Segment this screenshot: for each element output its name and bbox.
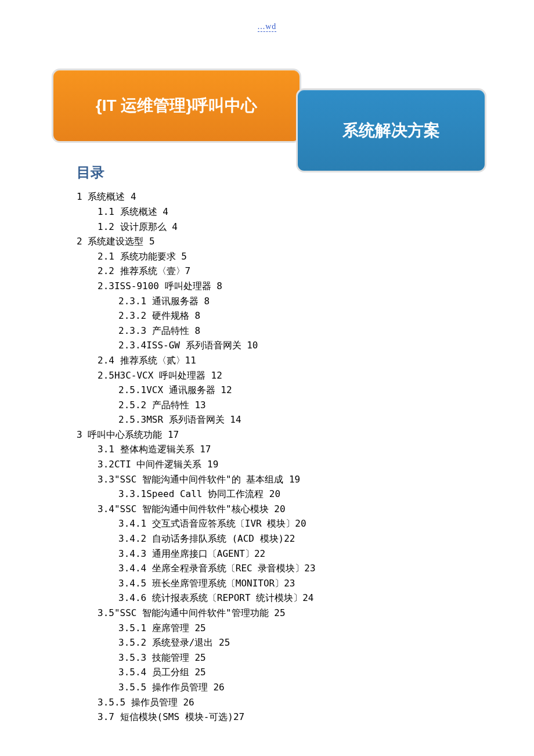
toc-entry: 3.5.5 操作作员管理 26 (77, 680, 316, 695)
toc-entry: 3.5"SSC 智能沟通中间件软件"管理功能 25 (77, 606, 316, 621)
toc-entry: 3.5.3 技能管理 25 (77, 650, 316, 665)
toc-entry: 2.5.3MSR 系列语音网关 14 (77, 412, 316, 427)
title-box-blue: 系统解决方案 (296, 88, 486, 172)
toc-entry: 2.5H3C-VCX 呼叫处理器 12 (77, 368, 316, 383)
toc-entry: 2.3.3 产品特性 8 (77, 323, 316, 339)
toc-entry: 3 呼叫中心系统功能 17 (77, 427, 316, 442)
toc-entry: 2.1 系统功能要求 5 (77, 249, 316, 264)
toc-entry: 1 系统概述 4 (77, 189, 316, 204)
toc-heading: 目录 (77, 161, 316, 183)
toc-entry: 3.5.1 座席管理 25 (77, 621, 316, 636)
toc-entry: 2.3ISS-9100 呼叫处理器 8 (77, 279, 316, 294)
toc-entry: 2.3.2 硬件规格 8 (77, 308, 316, 323)
header-link-wrap: ...wd (0, 22, 534, 31)
toc-entry: 2 系统建设选型 5 (77, 234, 316, 249)
toc-entry: 3.4"SSC 智能沟通中间件软件"核心模块 20 (77, 502, 316, 517)
header-source-link[interactable]: ...wd (258, 22, 277, 32)
toc-list: 1 系统概述 41.1 系统概述 41.2 设计原那么 42 系统建设选型 52… (77, 189, 316, 724)
toc-entry: 2.2 推荐系统〈壹〉7 (77, 264, 316, 279)
toc-entry: 1.1 系统概述 4 (77, 204, 316, 219)
toc-entry: 3.3"SSC 智能沟通中间件软件"的 基本组成 19 (77, 472, 316, 487)
toc-entry: 3.2CTI 中间件逻辑关系 19 (77, 457, 316, 472)
title-box-orange: {IT 运维管理}呼叫中心 (52, 69, 301, 143)
toc-entry: 3.5.5 操作员管理 26 (77, 695, 316, 710)
toc-entry: 2.3.4ISS-GW 系列语音网关 10 (77, 338, 316, 353)
toc-entry: 3.5.2 系统登录/退出 25 (77, 635, 316, 650)
toc-entry: 3.3.1Speed Call 协同工作流程 20 (77, 487, 316, 502)
title-orange-text: {IT 运维管理}呼叫中心 (96, 95, 257, 117)
toc-entry: 2.3.1 通讯服务器 8 (77, 294, 316, 309)
toc-entry: 2.4 推荐系统〈贰〉11 (77, 353, 316, 368)
toc-entry: 3.5.4 员工分组 25 (77, 665, 316, 680)
toc-entry: 3.1 整体构造逻辑关系 17 (77, 442, 316, 457)
toc-entry: 3.4.6 统计报表系统〔REPORT 统计模块〕24 (77, 591, 316, 606)
content-area: 目录 1 系统概述 41.1 系统概述 41.2 设计原那么 42 系统建设选型… (77, 161, 316, 725)
toc-entry: 3.4.1 交互式语音应答系统〔IVR 模块〕20 (77, 516, 316, 531)
toc-entry: 3.7 短信模块(SMS 模块-可选)27 (77, 710, 316, 725)
toc-entry: 2.5.2 产品特性 13 (77, 398, 316, 413)
toc-entry: 3.4.3 通用坐席接口〔AGENT〕22 (77, 546, 316, 561)
toc-entry: 2.5.1VCX 通讯服务器 12 (77, 383, 316, 398)
toc-entry: 3.4.5 班长坐席管理系统〔MONITOR〕23 (77, 576, 316, 591)
title-blue-text: 系统解决方案 (342, 120, 440, 142)
toc-entry: 3.4.4 坐席全程录音系统〔REC 录音模块〕23 (77, 561, 316, 576)
toc-entry: 3.4.2 自动话务排队系统 (ACD 模块)22 (77, 531, 316, 546)
toc-entry: 1.2 设计原那么 4 (77, 219, 316, 235)
